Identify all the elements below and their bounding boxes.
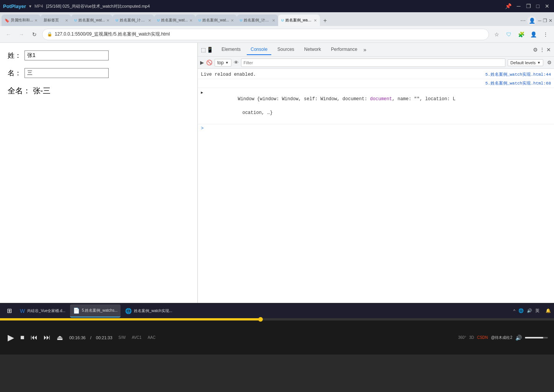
next-button[interactable]: ⏭	[42, 332, 52, 343]
taskbar-item-1[interactable]: W 尚硅谷_Vue全家桶.d...	[17, 304, 68, 317]
media-right-controls: 360° 3D CSDN @待木成柱2 🔊	[458, 335, 548, 341]
devtools-device-icon[interactable]: 📱	[207, 47, 213, 53]
eject-button[interactable]: ⏏	[55, 332, 65, 343]
tab-6[interactable]: U 姓名案例_wat... ✕	[196, 15, 237, 26]
tab-close-5[interactable]: ✕	[189, 18, 192, 23]
reload-button[interactable]: ↻	[29, 29, 40, 40]
minimize-button[interactable]: ─	[515, 3, 522, 9]
tab-console[interactable]: Console	[247, 44, 271, 55]
tray-network[interactable]: 🌐	[518, 308, 524, 313]
tab-sources[interactable]: Sources	[274, 44, 298, 55]
taskbar-item-3[interactable]: 🌐 姓名案例_watch实现...	[122, 304, 175, 317]
extensions-menu-button[interactable]: 🛡	[503, 29, 514, 40]
console-levels-button[interactable]: Default levels ▼	[508, 59, 543, 66]
tab-7[interactable]: U 姓名案例_计算... ✕	[237, 15, 279, 26]
tab-elements[interactable]: Elements	[218, 44, 244, 55]
tab-1[interactable]: 🔖 异属性和和... ✕	[2, 15, 41, 26]
secure-icon: 🔒	[47, 32, 52, 37]
prev-button[interactable]: ⏮	[29, 332, 39, 343]
tray-language[interactable]: 英	[535, 308, 539, 314]
tab-label-5: 姓名案例_wat...	[161, 18, 187, 23]
back-button[interactable]: ←	[3, 29, 14, 40]
browser-restore-button[interactable]: ❐	[543, 18, 547, 23]
console-input-area[interactable]	[206, 126, 551, 131]
console-settings-icon[interactable]: ⚙	[547, 60, 552, 65]
tray-volume[interactable]: 🔊	[527, 308, 532, 313]
address-bar[interactable]: 🔒 127.0.0.1:5500/09_监视属性/5.姓名案例_watch实现.…	[42, 29, 489, 40]
media-format-avc: AVC1	[132, 335, 141, 340]
pin-button[interactable]: 📌	[503, 3, 513, 9]
tab-5[interactable]: U 姓名案例_wat... ✕	[154, 15, 196, 26]
devtools-settings-icon[interactable]: ⚙	[533, 47, 538, 53]
console-eye-icon[interactable]: 👁	[234, 60, 239, 65]
browser-close-button[interactable]: ✕	[549, 18, 552, 23]
restore-button[interactable]: ❐	[525, 3, 533, 9]
firstname-input[interactable]	[24, 68, 109, 78]
tab-label-1: 异属性和和...	[11, 18, 33, 23]
extensions-button[interactable]: ⋯	[520, 18, 526, 24]
console-line-3: ▶ Window {window: Window, self: Window, …	[198, 88, 554, 124]
tab-network[interactable]: Network	[300, 44, 325, 55]
play-button[interactable]: ▶	[6, 331, 16, 344]
tab-close-1[interactable]: ✕	[34, 18, 37, 23]
browser-minimize-button[interactable]: ─	[538, 18, 541, 23]
firstname-row: 名：	[8, 68, 190, 78]
volume-bar[interactable]	[525, 337, 548, 338]
console-link-2[interactable]: 5.姓名案例_watch实现.html:68	[485, 80, 551, 87]
levels-dropdown-icon: ▼	[537, 61, 541, 65]
context-label: top	[217, 60, 224, 65]
title-bar-down-icon[interactable]: ▼	[28, 4, 32, 8]
profile-button[interactable]: 👤	[527, 16, 536, 25]
tab-4[interactable]: U 姓名案例_计算... ✕	[112, 15, 154, 26]
console-filter-input[interactable]	[241, 59, 505, 67]
tab-performance[interactable]: Performance	[327, 44, 361, 55]
title-bar-format: MP4	[34, 4, 43, 8]
volume-icon[interactable]: 🔊	[515, 335, 522, 341]
tab-2[interactable]: 新标签页 ✕	[41, 15, 71, 26]
console-expand-arrow[interactable]: ▶	[201, 89, 203, 96]
devtools-more-options-icon[interactable]: ⋮	[539, 47, 545, 53]
bookmark-button[interactable]: ☆	[491, 29, 502, 40]
surname-label: 姓：	[8, 51, 21, 60]
address-bar-row: ← → ↻ 🔒 127.0.0.1:5500/09_监视属性/5.姓名案例_wa…	[0, 26, 554, 43]
profile-avatar-button[interactable]: 👤	[528, 29, 539, 40]
taskbar: ⊞ W 尚硅谷_Vue全家桶.d... 📄 5.姓名案例_watchs... 🌐…	[0, 303, 554, 318]
tab-close-6[interactable]: ✕	[231, 18, 234, 23]
tray-arrow[interactable]: ^	[513, 309, 515, 313]
tab-close-7[interactable]: ✕	[272, 18, 275, 23]
console-link-1[interactable]: 5.姓名案例_watch实现.html:44	[485, 71, 551, 78]
tab-close-2[interactable]: ✕	[65, 18, 68, 23]
devtools-more-tabs-icon[interactable]: »	[363, 47, 367, 53]
stop-button[interactable]: ■	[19, 332, 26, 343]
settings-button[interactable]: ⋮	[540, 29, 551, 40]
tab-favicon-1: 🔖	[5, 18, 9, 23]
tab-bar: 🔖 异属性和和... ✕ 新标签页 ✕ U 姓名案例_wat... ✕ U 姓名…	[0, 12, 554, 26]
tab-3[interactable]: U 姓名案例_wat... ✕	[71, 15, 112, 26]
extensions-puzzle-button[interactable]: 🧩	[516, 29, 526, 40]
taskbar-item-2[interactable]: 📄 5.姓名案例_watchs...	[70, 304, 121, 317]
maximize-button[interactable]: □	[535, 3, 541, 9]
media-author-icon: @待木成柱2	[491, 335, 512, 340]
console-line-1: Live reload enabled. 5.姓名案例_watch实现.html…	[198, 70, 554, 79]
media-progress-thumb[interactable]	[258, 317, 263, 322]
new-tab-button[interactable]: +	[320, 15, 331, 26]
console-clear-icon[interactable]: 🚫	[206, 60, 212, 65]
tab-close-8[interactable]: ✕	[314, 18, 317, 23]
tray-notifications[interactable]: 🔔	[546, 308, 551, 313]
devtools-inspect-icon[interactable]: ⬚	[201, 47, 206, 53]
tab-8[interactable]: U 姓名案例_watc... ✕	[278, 15, 320, 26]
fullname-value: 张-三	[33, 86, 51, 95]
console-run-icon[interactable]: ▶	[200, 60, 204, 65]
firstname-label: 名：	[8, 68, 21, 78]
surname-input[interactable]	[24, 50, 109, 60]
tab-close-3[interactable]: ✕	[106, 18, 109, 23]
media-progress-bar[interactable]	[0, 318, 554, 320]
start-button[interactable]: ⊞	[3, 305, 15, 317]
devtools-close-icon[interactable]: ✕	[546, 47, 551, 53]
console-context-selector[interactable]: top ▼	[215, 59, 231, 67]
close-button[interactable]: ✕	[543, 3, 551, 9]
devtools-toolbar: ⬚ 📱 Elements Console Sources Network Per…	[198, 43, 554, 57]
forward-button[interactable]: →	[16, 29, 27, 40]
devtools-panel: ⬚ 📱 Elements Console Sources Network Per…	[197, 43, 554, 303]
tab-close-4[interactable]: ✕	[148, 18, 151, 23]
